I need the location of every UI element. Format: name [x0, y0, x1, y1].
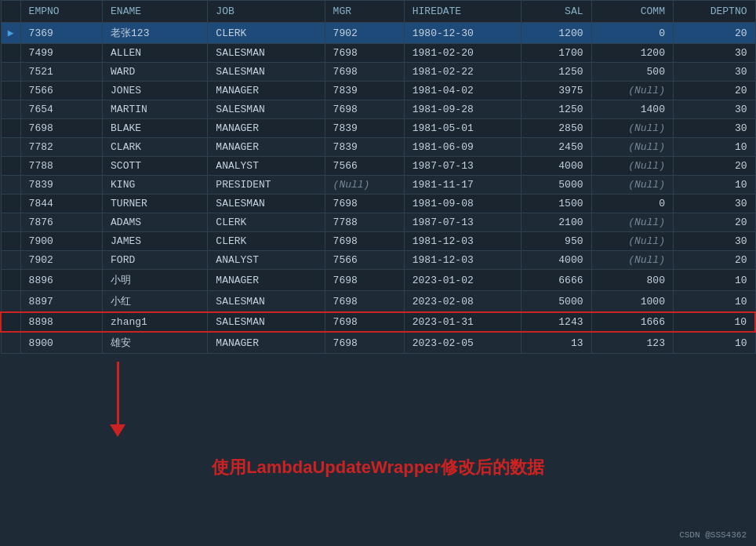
cell-mgr: 7839 [325, 82, 404, 100]
cell-deptno: 30 [673, 195, 755, 213]
col-header-comm: COMM [591, 1, 673, 23]
cell-ename: CLARK [103, 138, 208, 157]
cell-hiredate: 1981-05-01 [404, 119, 521, 138]
cell-hiredate: 1981-06-09 [404, 138, 521, 157]
cell-deptno: 10 [673, 270, 755, 291]
row-indicator [1, 232, 20, 251]
cell-sal: 4000 [521, 157, 591, 176]
cell-empno: 7698 [20, 119, 102, 138]
row-indicator [1, 195, 20, 213]
cell-mgr: (Null) [325, 176, 404, 195]
cell-comm: 0 [591, 23, 673, 44]
row-indicator [1, 119, 20, 138]
cell-job: SALESMAN [208, 195, 325, 213]
row-indicator [1, 176, 20, 195]
table-row: 7566JONESMANAGER78391981-04-023975(Null)… [1, 82, 755, 100]
arrow-head [110, 424, 125, 437]
cell-comm: (Null) [591, 82, 673, 100]
cell-job: SALESMAN [208, 44, 325, 63]
col-header-sal: SAL [521, 1, 591, 23]
cell-mgr: 7698 [325, 100, 404, 119]
cell-ename: zhang1 [103, 312, 208, 332]
row-indicator [1, 270, 20, 291]
cell-deptno: 30 [673, 100, 755, 119]
row-indicator [1, 312, 20, 332]
cell-ename: KING [103, 176, 208, 195]
cell-mgr: 7698 [325, 63, 404, 82]
cell-sal: 2850 [521, 119, 591, 138]
table-row: 7654MARTINSALESMAN76981981-09-2812501400… [1, 100, 755, 119]
cell-comm: 800 [591, 270, 673, 291]
cell-deptno: 10 [673, 332, 755, 354]
cell-empno: 7369 [20, 23, 102, 44]
cell-hiredate: 2023-01-02 [404, 270, 521, 291]
row-indicator [1, 138, 20, 157]
cell-job: PRESIDENT [208, 176, 325, 195]
cell-empno: 8900 [20, 332, 102, 354]
cell-mgr: 7698 [325, 195, 404, 213]
cell-sal: 1250 [521, 63, 591, 82]
cell-mgr: 7698 [325, 270, 404, 291]
cell-comm: (Null) [591, 176, 673, 195]
cell-sal: 2450 [521, 138, 591, 157]
cell-comm: (Null) [591, 251, 673, 270]
cell-empno: 7788 [20, 157, 102, 176]
cell-job: ANALYST [208, 251, 325, 270]
annotation-text: 使用LambdaUpdateWrapper修改后的数据 [212, 456, 544, 479]
row-indicator: ▶ [1, 23, 20, 44]
row-indicator [1, 63, 20, 82]
cell-ename: MARTIN [103, 100, 208, 119]
cell-job: MANAGER [208, 332, 325, 354]
cell-hiredate: 1981-12-03 [404, 251, 521, 270]
cell-ename: TURNER [103, 195, 208, 213]
cell-deptno: 30 [673, 119, 755, 138]
cell-hiredate: 2023-02-08 [404, 291, 521, 313]
cell-ename: BLAKE [103, 119, 208, 138]
col-header-ename: ENAME [103, 1, 208, 23]
col-header-job: JOB [208, 1, 325, 23]
cell-sal: 1500 [521, 195, 591, 213]
cell-job: SALESMAN [208, 291, 325, 313]
cell-ename: ALLEN [103, 44, 208, 63]
table-row: 7521WARDSALESMAN76981981-02-22125050030 [1, 63, 755, 82]
main-container: EMPNO ENAME JOB MGR HIREDATE SAL COMM DE… [0, 0, 756, 546]
table-row: 8900雄安MANAGER76982023-02-051312310 [1, 332, 755, 354]
row-indicator [1, 332, 20, 354]
cell-hiredate: 2023-02-05 [404, 332, 521, 354]
row-indicator [1, 100, 20, 119]
cell-empno: 8897 [20, 291, 102, 313]
cell-job: CLERK [208, 232, 325, 251]
cell-comm: 0 [591, 195, 673, 213]
cell-sal: 1700 [521, 44, 591, 63]
cell-mgr: 7902 [325, 23, 404, 44]
cell-empno: 7902 [20, 251, 102, 270]
col-header-deptno: DEPTNO [673, 1, 755, 23]
cell-hiredate: 1981-02-22 [404, 63, 521, 82]
cell-deptno: 20 [673, 213, 755, 232]
cell-ename: SCOTT [103, 157, 208, 176]
cell-mgr: 7839 [325, 119, 404, 138]
cell-sal: 1200 [521, 23, 591, 44]
cell-sal: 6666 [521, 270, 591, 291]
cell-ename: FORD [103, 251, 208, 270]
cell-empno: 7782 [20, 138, 102, 157]
cell-ename: JONES [103, 82, 208, 100]
table-row: 7782CLARKMANAGER78391981-06-092450(Null)… [1, 138, 755, 157]
cell-hiredate: 2023-01-31 [404, 312, 521, 332]
table-row: ▶7369老张123CLERK79021980-12-301200020 [1, 23, 755, 44]
cell-comm: (Null) [591, 138, 673, 157]
cell-hiredate: 1987-07-13 [404, 157, 521, 176]
table-row: 7844TURNERSALESMAN76981981-09-081500030 [1, 195, 755, 213]
table-row: 7499ALLENSALESMAN76981981-02-20170012003… [1, 44, 755, 63]
cell-empno: 7900 [20, 232, 102, 251]
annotation-area: 使用LambdaUpdateWrapper修改后的数据 [0, 354, 756, 511]
cell-sal: 2100 [521, 213, 591, 232]
col-header-hiredate: HIREDATE [404, 1, 521, 23]
cell-hiredate: 1980-12-30 [404, 23, 521, 44]
cell-comm: 1000 [591, 291, 673, 313]
table-row: 7839KINGPRESIDENT(Null)1981-11-175000(Nu… [1, 176, 755, 195]
cell-hiredate: 1987-07-13 [404, 213, 521, 232]
data-table: EMPNO ENAME JOB MGR HIREDATE SAL COMM DE… [0, 0, 756, 354]
table-row: 7902FORDANALYST75661981-12-034000(Null)2… [1, 251, 755, 270]
cell-job: CLERK [208, 23, 325, 44]
